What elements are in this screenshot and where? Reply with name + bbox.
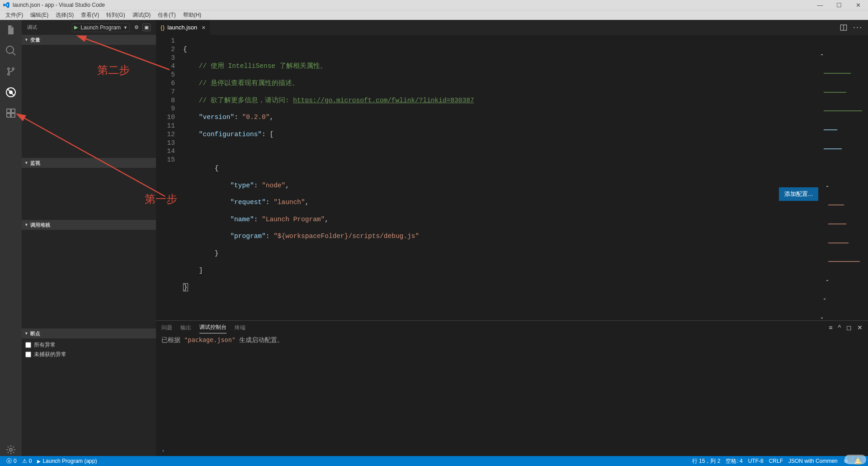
code-key: "request"	[230, 199, 265, 206]
more-icon[interactable]: ···	[853, 23, 863, 32]
chevron-down-icon: ▸	[24, 162, 29, 164]
line-number: 6	[156, 79, 175, 88]
status-encoding[interactable]: UTF-8	[745, 457, 766, 465]
line-number: 2	[156, 45, 175, 54]
code-key: "configurations"	[199, 131, 262, 138]
minimize-button[interactable]: —	[815, 2, 826, 9]
menu-debug[interactable]: 调试(D)	[129, 10, 155, 20]
variables-body	[22, 45, 156, 158]
panel-tab-output[interactable]: 输出	[180, 322, 191, 333]
menu-file[interactable]: 文件(F)	[2, 10, 27, 20]
close-icon[interactable]: ×	[202, 24, 205, 31]
breakpoints-body: 所有异常 未捕获的异常	[22, 338, 156, 361]
debug-icon[interactable]	[5, 86, 17, 99]
debug-console-input[interactable]: ›	[156, 447, 868, 456]
line-number: 15	[156, 156, 175, 164]
window-title: launch.json - app - Visual Studio Code	[13, 2, 105, 8]
editor-group: {} launch.json × ··· 1234567891011121314…	[156, 20, 868, 456]
chevron-down-icon: ▼	[123, 25, 127, 30]
debug-sidebar: 调试 ▶ Launch Program ▼ ⚙ ▣ ▸变量 ▸监视 ▸调用堆栈 …	[22, 20, 156, 456]
close-panel-icon[interactable]: ✕	[857, 324, 863, 331]
editor-tabs: {} launch.json × ···	[156, 20, 868, 35]
status-line-col[interactable]: 行 15，列 2	[689, 457, 723, 465]
menu-goto[interactable]: 转到(G)	[103, 10, 128, 20]
play-icon: ▶	[74, 24, 78, 30]
panel-tabs: 问题 输出 调试控制台 终端 ≡ ^ ◻ ✕	[156, 321, 868, 334]
line-number: 7	[156, 88, 175, 96]
tab-launch-json[interactable]: {} launch.json ×	[156, 20, 210, 35]
status-launch[interactable]: ▶Launch Program (app)	[34, 458, 99, 464]
code-string: "Launch Program"	[262, 216, 325, 223]
code-comment: // 欲了解更多信息，请访问:	[199, 97, 293, 104]
split-editor-icon[interactable]	[840, 24, 848, 32]
bp-uncaught-check[interactable]	[25, 352, 31, 357]
close-button[interactable]: ✕	[853, 2, 863, 9]
debug-title: 调试	[27, 24, 72, 31]
maximize-panel-icon[interactable]: ◻	[846, 324, 852, 331]
scm-icon[interactable]	[5, 65, 17, 78]
code-key: "name"	[230, 216, 254, 223]
watch-body	[22, 168, 156, 220]
explorer-icon[interactable]	[5, 24, 17, 36]
debug-config-name: Launch Program	[80, 24, 121, 31]
variables-section-header[interactable]: ▸变量	[22, 35, 156, 45]
code-comment: // 使用 IntelliSense 了解相关属性。	[199, 62, 327, 70]
status-errors[interactable]: ⓧ0	[4, 457, 19, 465]
json-file-icon: {}	[160, 24, 165, 31]
status-eol[interactable]: CRLF	[766, 457, 786, 465]
code-string: "0.2.0"	[242, 114, 270, 121]
menu-edit[interactable]: 编辑(E)	[27, 10, 52, 20]
search-icon[interactable]	[5, 44, 17, 57]
breakpoints-label: 断点	[30, 330, 40, 337]
status-spaces[interactable]: 空格: 4	[723, 457, 745, 465]
status-lang[interactable]: JSON with Commen	[786, 457, 840, 465]
chevron-down-icon: ▸	[24, 333, 29, 335]
panel-tab-problems[interactable]: 问题	[161, 322, 172, 333]
line-number: 5	[156, 71, 175, 79]
watch-section-header[interactable]: ▸监视	[22, 158, 156, 168]
bp-uncaught-exceptions[interactable]: 未捕获的异常	[25, 350, 152, 359]
gear-icon[interactable]: ⚙	[134, 24, 139, 30]
callstack-body	[22, 230, 156, 328]
code-string: "node"	[262, 182, 285, 189]
menu-help[interactable]: 帮助(H)	[179, 10, 205, 20]
variables-label: 变量	[30, 37, 40, 43]
status-warnings[interactable]: ⚠0	[19, 458, 35, 464]
code-string: "launch"	[274, 199, 305, 206]
code-comment: // 悬停以查看现有属性的描述。	[199, 80, 299, 87]
extensions-icon[interactable]	[5, 107, 17, 119]
clear-console-icon[interactable]: ≡	[829, 324, 832, 331]
watch-label: 监视	[30, 160, 40, 166]
activitybar	[0, 20, 22, 456]
maximize-button[interactable]: ☐	[834, 2, 844, 9]
debug-console-output: 已根据 "package.json" 生成启动配置。	[156, 334, 868, 447]
bp-all-exceptions[interactable]: 所有异常	[25, 340, 152, 350]
code-area[interactable]: { // 使用 IntelliSense 了解相关属性。 // 悬停以查看现有属…	[183, 35, 868, 320]
editor[interactable]: 123456789101112131415 { // 使用 IntelliSen…	[156, 35, 868, 320]
code-key: "version"	[199, 114, 234, 121]
panel-tab-terminal[interactable]: 终端	[235, 322, 245, 333]
minimap[interactable]	[821, 37, 862, 86]
play-icon: ▶	[37, 459, 41, 464]
settings-icon[interactable]	[5, 443, 17, 456]
menu-tasks[interactable]: 任务(T)	[154, 10, 179, 20]
callstack-section-header[interactable]: ▸调用堆栈	[22, 220, 156, 230]
code-link[interactable]: https://go.microsoft.com/fwlink/?linkid=…	[293, 97, 474, 104]
error-icon: ⓧ	[6, 457, 12, 465]
menu-view[interactable]: 查看(V)	[77, 10, 103, 20]
debug-header: 调试 ▶ Launch Program ▼ ⚙ ▣	[22, 20, 156, 35]
line-number: 11	[156, 122, 175, 130]
svg-point-2	[9, 448, 12, 451]
bp-all-check[interactable]	[25, 342, 31, 348]
collapse-panel-icon[interactable]: ^	[838, 324, 841, 331]
debug-console-toggle[interactable]: ▣	[142, 24, 151, 31]
breakpoints-section-header[interactable]: ▸断点	[22, 328, 156, 338]
panel: 问题 输出 调试控制台 终端 ≡ ^ ◻ ✕ 已根据 "package.json…	[156, 320, 868, 456]
add-configuration-button[interactable]: 添加配置...	[779, 187, 818, 201]
line-number: 8	[156, 96, 175, 105]
line-number: 13	[156, 139, 175, 147]
menu-select[interactable]: 选择(S)	[52, 10, 77, 20]
panel-tab-debug-console[interactable]: 调试控制台	[199, 322, 226, 333]
code-brace: {	[183, 46, 187, 53]
debug-config-dropdown[interactable]: ▶ Launch Program ▼	[72, 23, 130, 32]
